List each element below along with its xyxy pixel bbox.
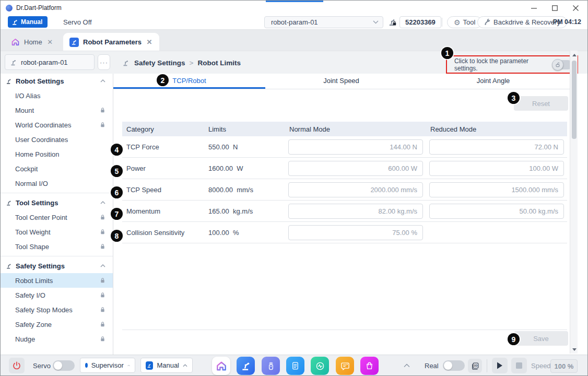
power-button[interactable]: [9, 358, 25, 373]
robot-lock-icon: [388, 18, 397, 27]
sidebar-item-safety-zone[interactable]: Safety Zone: [1, 317, 113, 332]
real-toggle[interactable]: [443, 360, 465, 371]
tab-robot-parameters-close-icon[interactable]: ✕: [146, 38, 153, 46]
sidebar-section-tool-settings[interactable]: Tool Settings: [1, 195, 113, 210]
table-row-tcp-force: TCP Force 550.00 N: [122, 136, 567, 158]
close-button[interactable]: [572, 4, 579, 11]
sidebar-item-normal-io[interactable]: Normal I/O: [1, 176, 113, 191]
lock-hint-text: Click to lock the parameter settings.: [454, 57, 547, 72]
annotation-badge-1: 1: [441, 47, 453, 59]
app-title: Dr.Dart-Platform: [16, 4, 62, 11]
tcp-speed-reduced-input[interactable]: [429, 182, 564, 197]
param-more-button[interactable]: ···: [98, 54, 110, 70]
section-title: Robot Settings: [16, 77, 64, 85]
sidebar-item-tool-center-point[interactable]: Tool Center Point: [1, 210, 113, 225]
unlock-icon: [555, 62, 560, 67]
dock-expand-chevron-icon[interactable]: [404, 363, 410, 368]
sidebar-item-nudge[interactable]: Nudge: [1, 332, 113, 346]
sidebar-item-mount[interactable]: Mount: [1, 103, 113, 118]
sidebar-item-home-position[interactable]: Home Position: [1, 147, 113, 161]
sidebar-item-robot-limits[interactable]: Robot Limits: [1, 273, 113, 288]
table-row-momentum: Momentum 165.00 kg.m/s: [122, 201, 567, 222]
row-category: TCP Force: [122, 143, 204, 151]
vertical-scrollbar[interactable]: [570, 51, 578, 354]
param-file-select[interactable]: robot-param-01: [264, 16, 383, 28]
sidebar-section-robot-settings[interactable]: Robot Settings: [1, 74, 113, 88]
annotation-badge-4: 4: [111, 144, 123, 156]
reset-button[interactable]: Reset: [514, 96, 568, 111]
parameter-tabs: TCP/Robot Joint Speed Joint Angle: [113, 74, 570, 89]
power-reduced-input[interactable]: [429, 161, 564, 176]
lock-icon: [100, 292, 105, 298]
annotation-badge-3: 3: [508, 92, 520, 104]
play-button[interactable]: [492, 358, 508, 373]
backdrive-button-label: Backdrive & Recovery: [493, 18, 560, 26]
chevron-up-icon: [127, 364, 130, 367]
robot-parameters-icon: [69, 38, 79, 47]
robot-serial-number: 52203369: [399, 16, 441, 28]
dock-robot-params-icon[interactable]: [237, 357, 255, 375]
view-3d-button[interactable]: 3D: [468, 359, 482, 373]
breadcrumb-section: Safety Settings: [134, 59, 185, 67]
tcp-speed-normal-input[interactable]: [288, 182, 423, 197]
breadcrumb-page: Robot Limits: [197, 59, 241, 67]
sidebar-nav: Robot Settings I/O Alias Mount World Coo…: [1, 74, 113, 355]
table-row-power: Power 1600.00 W: [122, 158, 567, 179]
dock-message-icon[interactable]: [336, 357, 354, 375]
dock-task-editor-icon[interactable]: [286, 357, 304, 375]
sidebar-section-safety-settings[interactable]: Safety Settings: [1, 258, 113, 273]
dock-store-icon[interactable]: [360, 357, 379, 375]
dock-home-icon[interactable]: [212, 357, 230, 375]
sidebar-item-world-coordinates[interactable]: World Coordinates: [1, 118, 113, 132]
save-button[interactable]: Save: [514, 331, 568, 346]
dock-monitoring-icon[interactable]: [311, 357, 329, 375]
sidebar-item-tool-shape[interactable]: Tool Shape: [1, 239, 113, 254]
momentum-reduced-input[interactable]: [429, 204, 564, 219]
lock-icon: [100, 214, 105, 220]
item-label: Nudge: [15, 335, 35, 343]
stop-icon: [516, 362, 522, 369]
collision-sensitivity-normal-input[interactable]: [288, 225, 423, 240]
lock-icon: [100, 107, 105, 113]
tab-tcp-robot[interactable]: TCP/Robot: [113, 74, 265, 89]
sidebar-item-tool-weight[interactable]: Tool Weight: [1, 225, 113, 239]
minimize-button[interactable]: [530, 4, 537, 11]
tab-home[interactable]: Home ✕: [5, 33, 60, 51]
role-select[interactable]: Supervisor: [80, 358, 135, 373]
tab-home-close-icon[interactable]: ✕: [46, 38, 54, 46]
scrollbar-thumb[interactable]: [572, 61, 577, 139]
tcp-force-normal-input[interactable]: [288, 139, 423, 155]
power-normal-input[interactable]: [288, 161, 423, 176]
annotation-badge-8: 8: [111, 230, 123, 242]
gear-icon: ⚙: [454, 18, 461, 27]
dock-teach-pendant-icon[interactable]: [262, 357, 280, 375]
item-label: Normal I/O: [15, 180, 48, 187]
scroll-down-icon[interactable]: [570, 345, 578, 354]
tab-joint-speed[interactable]: Joint Speed: [265, 74, 417, 89]
maximize-button[interactable]: [551, 4, 558, 11]
servo-status-text: Servo Off: [63, 18, 92, 26]
item-label: World Coordinates: [15, 121, 71, 129]
momentum-normal-input[interactable]: [288, 204, 423, 219]
table-header-row: Category Limits Normal Mode Reduced Mode: [122, 122, 567, 136]
operation-mode-select[interactable]: Manual: [140, 358, 193, 373]
tab-robot-parameters[interactable]: Robot Parameters ✕: [63, 33, 159, 51]
tab-joint-angle[interactable]: Joint Angle: [417, 74, 569, 89]
servo-toggle[interactable]: [53, 360, 75, 371]
item-label: Robot Limits: [15, 277, 53, 285]
speed-value-box[interactable]: 100 %: [550, 359, 578, 373]
sidebar-item-safety-io[interactable]: Safety I/O: [1, 288, 113, 302]
app-window: Dr.Dart-Platform Manual Servo Off robot-…: [0, 0, 588, 376]
sidebar-item-io-alias[interactable]: I/O Alias: [1, 88, 113, 103]
sidebar-param-name-box[interactable]: robot-param-01: [5, 54, 95, 70]
stop-button[interactable]: [511, 358, 527, 373]
sidebar-item-cockpit[interactable]: Cockpit: [1, 161, 113, 176]
sidebar-item-safety-stop-modes[interactable]: Safety Stop Modes: [1, 302, 113, 317]
power-icon: [13, 361, 21, 370]
scroll-up-icon[interactable]: [570, 51, 578, 59]
sidebar-item-user-coordinates[interactable]: User Coordinates: [1, 132, 113, 147]
mode-badge[interactable]: Manual: [8, 16, 48, 28]
tcp-force-reduced-input[interactable]: [429, 139, 564, 155]
toolbar: Manual Servo Off robot-param-01 52203369…: [1, 15, 587, 29]
row-limit: 1600.00 W: [204, 164, 285, 172]
